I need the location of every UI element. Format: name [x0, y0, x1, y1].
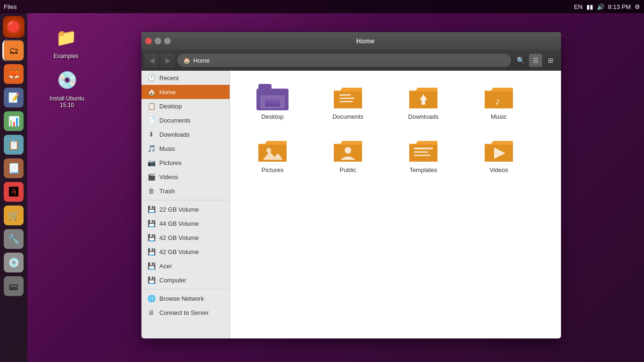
documents-icon: 📄 [147, 116, 156, 124]
sidebar-item-connect-server[interactable]: 🖥 Connect to Server [141, 305, 230, 320]
sidebar-item-recent[interactable]: 🕐 Recent [141, 71, 230, 85]
downloads-folder-label: Downloads [408, 113, 438, 120]
sidebar-item-42gb-a[interactable]: 💾 42 GB Volume [141, 230, 230, 245]
storage-launcher-icon[interactable]: 🖴 [3, 275, 25, 297]
computer-label: Computer [159, 277, 186, 284]
vol22-icon: 💾 [147, 206, 156, 213]
maximize-button[interactable] [164, 38, 171, 44]
minimize-button[interactable] [155, 38, 161, 44]
grid-view-button[interactable]: ⊞ [544, 54, 557, 67]
disk-launcher-icon[interactable]: 💿 [3, 252, 25, 273]
music-icon: 🎵 [147, 145, 156, 152]
svg-rect-10 [414, 148, 433, 149]
ubuntu-launcher-icon[interactable]: 🔴 [3, 16, 25, 38]
documents-label: Documents [159, 117, 190, 124]
topbar: Files EN ▮▮ 🔊 8:13 PM ⚙ [0, 0, 644, 13]
sidebar-item-44gb[interactable]: 💾 44 GB Volume [141, 216, 230, 230]
examples-desktop-icon[interactable]: 📁 Examples [51, 23, 81, 61]
pictures-icon: 📷 [147, 159, 156, 166]
vol44-icon: 💾 [147, 220, 156, 227]
vol44-label: 44 GB Volume [159, 220, 199, 227]
sidebar-item-acer[interactable]: 💾 Acer [141, 259, 230, 273]
files-launcher-icon[interactable]: 🗂 [2, 40, 24, 61]
acer-icon: 💾 [147, 262, 156, 270]
documents-folder-label: Documents [332, 113, 363, 120]
vol22-label: 22 GB Volume [159, 206, 199, 213]
keyboard-indicator[interactable]: EN [574, 3, 583, 10]
install-ubuntu-desktop-icon[interactable]: 💿 Install Ubuntu 15.10 [46, 65, 88, 110]
location-label: Home [193, 57, 210, 64]
topbar-right: EN ▮▮ 🔊 8:13 PM ⚙ [574, 3, 640, 10]
templates-folder-label: Templates [409, 166, 437, 173]
sidebar-item-documents[interactable]: 📄 Documents [141, 113, 230, 127]
downloads-folder-item[interactable]: Downloads [390, 80, 456, 124]
connect-server-icon: 🖥 [147, 309, 156, 316]
svg-rect-11 [414, 151, 428, 153]
public-folder-item[interactable]: Public [315, 133, 381, 177]
videos-icon: 🎬 [147, 173, 156, 181]
videos-folder-item[interactable]: Videos [466, 133, 532, 177]
home-icon: 🏠 [183, 57, 190, 64]
pictures-folder-item[interactable]: Pictures [239, 133, 305, 177]
back-button[interactable]: ◀ [145, 54, 158, 67]
search-button[interactable]: 🔍 [514, 54, 527, 67]
topbar-left: Files [4, 3, 17, 10]
desktop-folder-label: Desktop [261, 113, 284, 120]
sidebar-item-computer[interactable]: 💾 Computer [141, 273, 230, 287]
launcher: 🔴 🗂 🦊 📝 📊 📋 📃 🅰 🛒 🔧 💿 🖴 [0, 13, 27, 362]
svg-rect-12 [414, 155, 430, 156]
trash-label: Trash [159, 188, 175, 195]
main-content: 🕐 Recent 🏠 Home 📋 Desktop 📄 Documents ⬇ … [141, 71, 561, 338]
browse-network-icon: 🌐 [147, 295, 156, 302]
toolbar-right: 🔍 ☰ ⊞ [514, 54, 557, 67]
sidebar-item-browse-network[interactable]: 🌐 Browse Network [141, 291, 230, 305]
svg-point-7 [266, 148, 271, 153]
sidebar-item-downloads[interactable]: ⬇ Downloads [141, 127, 230, 141]
sidebar-sep-2 [141, 289, 230, 289]
documents-folder-item[interactable]: Documents [315, 80, 381, 124]
sidebar-sep-1 [141, 200, 230, 200]
svg-text:♪: ♪ [495, 95, 500, 107]
pictures-folder-label: Pictures [262, 166, 284, 173]
toolbar: ◀ ▶ 🏠 Home 🔍 ☰ ⊞ [141, 50, 561, 71]
sidebar-item-42gb-b[interactable]: 💾 42 GB Volume [141, 245, 230, 259]
amazon-launcher-icon[interactable]: 🛒 [3, 205, 25, 226]
settings-icon[interactable]: ⚙ [635, 3, 640, 10]
files-area: Desktop Documents [230, 71, 561, 338]
sidebar-item-videos[interactable]: 🎬 Videos [141, 170, 230, 184]
browse-network-label: Browse Network [159, 295, 204, 302]
sidebar-item-home[interactable]: 🏠 Home [141, 85, 230, 99]
videos-folder-label: Videos [489, 166, 508, 173]
location-bar[interactable]: 🏠 Home [177, 54, 511, 67]
music-folder-item[interactable]: ♪ Music [466, 80, 532, 124]
sidebar-item-desktop[interactable]: 📋 Desktop [141, 99, 230, 113]
writer-launcher-icon[interactable]: 📝 [3, 87, 25, 108]
vol42b-label: 42 GB Volume [159, 248, 199, 255]
templates-folder-item[interactable]: Templates [390, 133, 456, 177]
close-button[interactable] [145, 38, 152, 44]
sidebar-item-music[interactable]: 🎵 Music [141, 141, 230, 156]
install-ubuntu-label: Install Ubuntu 15.10 [48, 95, 86, 108]
impress-launcher-icon[interactable]: 📋 [3, 134, 25, 156]
desktop-folder-item[interactable]: Desktop [239, 80, 305, 124]
music-folder-label: Music [491, 113, 507, 120]
sidebar-item-trash[interactable]: 🗑 Trash [141, 184, 230, 198]
sidebar-item-pictures[interactable]: 📷 Pictures [141, 156, 230, 170]
sidebar-item-22gb[interactable]: 💾 22 GB Volume [141, 202, 230, 216]
firefox-launcher-icon[interactable]: 🦊 [3, 63, 25, 85]
battery-icon: ▮▮ [586, 3, 593, 10]
systemtools-launcher-icon[interactable]: 🔧 [3, 228, 25, 250]
forward-button[interactable]: ▶ [161, 54, 174, 67]
home-sidebar-icon: 🏠 [147, 88, 156, 96]
recent-label: Recent [159, 74, 179, 82]
texteditor-launcher-icon[interactable]: 📃 [3, 157, 25, 179]
titlebar: Home [141, 32, 561, 50]
calc-launcher-icon[interactable]: 📊 [3, 110, 25, 132]
list-view-button[interactable]: ☰ [529, 54, 542, 67]
public-folder-label: Public [339, 166, 356, 173]
sidebar: 🕐 Recent 🏠 Home 📋 Desktop 📄 Documents ⬇ … [141, 71, 230, 338]
videos-label: Videos [159, 173, 178, 181]
svg-rect-2 [339, 94, 351, 96]
software-launcher-icon[interactable]: 🅰 [3, 181, 25, 203]
time-label: 8:13 PM [608, 3, 631, 10]
